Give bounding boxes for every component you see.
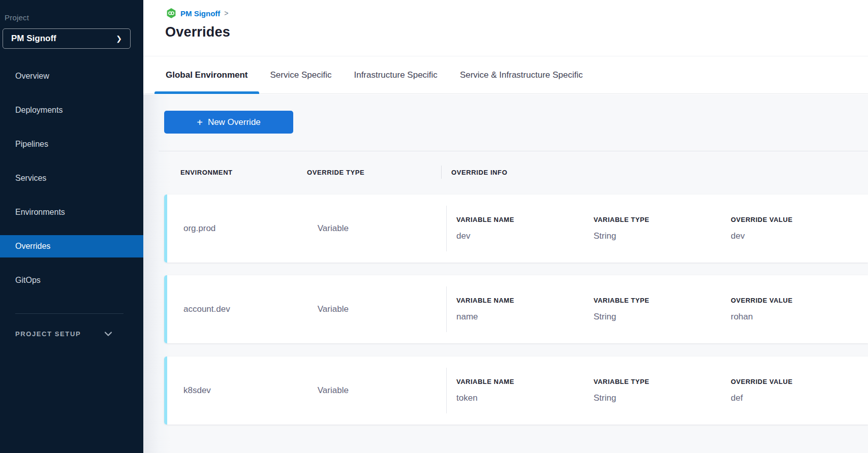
column-header-override-info: OVERRIDE INFO	[451, 169, 507, 176]
sidebar-nav: Overview Deployments Pipelines Services …	[0, 65, 143, 303]
sidebar-divider	[15, 313, 123, 314]
tab-service-and-infrastructure-specific[interactable]: Service & Infrastructure Specific	[449, 56, 594, 93]
chevron-down-icon	[105, 332, 112, 336]
sidebar-item-overrides[interactable]: Overrides	[0, 235, 143, 257]
variable-type-label: VARIABLE TYPE	[594, 297, 731, 304]
variable-name-value: name	[456, 312, 594, 322]
table-header: ENVIRONMENT OVERRIDE TYPE OVERRIDE INFO	[164, 166, 868, 179]
project-selector[interactable]: PM Signoff ❯	[3, 28, 131, 49]
sidebar-item-environments[interactable]: Environments	[0, 201, 143, 223]
sidebar-item-label: Overview	[15, 72, 49, 81]
sidebar-item-label: Overrides	[15, 242, 50, 251]
variable-type-value: String	[594, 231, 731, 241]
breadcrumb-project-link[interactable]: PM Signoff	[180, 9, 220, 18]
override-value-value: rohan	[731, 312, 868, 322]
project-setup-label: PROJECT SETUP	[15, 330, 81, 338]
variable-type-label: VARIABLE TYPE	[594, 378, 731, 385]
project-label: Project	[5, 13, 29, 22]
sidebar-item-label: Pipelines	[15, 140, 48, 149]
breadcrumb: PM Signoff >	[166, 8, 229, 19]
column-header-override-type: OVERRIDE TYPE	[307, 169, 441, 176]
row-environment: org.prod	[164, 195, 318, 263]
variable-name-value: token	[456, 393, 594, 403]
variable-name-label: VARIABLE NAME	[456, 297, 594, 304]
row-override-type: Variable	[318, 357, 446, 425]
project-setup-toggle[interactable]: PROJECT SETUP	[15, 330, 112, 338]
override-value-label: OVERRIDE VALUE	[731, 297, 868, 304]
variable-type-value: String	[594, 312, 731, 322]
main-content: PM Signoff > Overrides Global Environmen…	[143, 0, 868, 453]
app-window: Project PM Signoff ❯ Overview Deployment…	[0, 0, 868, 453]
row-environment: k8sdev	[164, 357, 318, 425]
new-override-button-label: New Override	[208, 117, 261, 127]
sidebar-item-label: Services	[15, 174, 46, 183]
page-title: Overrides	[165, 24, 230, 40]
override-value-value: def	[731, 393, 868, 403]
sidebar-item-overview[interactable]: Overview	[0, 65, 143, 87]
row-override-type: Variable	[318, 275, 446, 343]
override-value-value: dev	[731, 231, 868, 241]
project-selector-value: PM Signoff	[11, 34, 56, 44]
row-environment: account.dev	[164, 275, 318, 343]
override-value-label: OVERRIDE VALUE	[731, 378, 868, 385]
variable-name-label: VARIABLE NAME	[456, 216, 594, 223]
sidebar-item-label: GitOps	[15, 276, 41, 285]
override-row[interactable]: account.dev Variable VARIABLE NAME name …	[164, 275, 868, 343]
row-override-type: Variable	[318, 195, 446, 263]
row-accent-bar	[164, 195, 167, 263]
row-override-info: VARIABLE NAME dev VARIABLE TYPE String O…	[447, 195, 868, 263]
override-value-label: OVERRIDE VALUE	[731, 216, 868, 223]
table-top-divider	[159, 151, 868, 151]
variable-type-value: String	[594, 393, 731, 403]
overrides-content: + New Override ENVIRONMENT OVERRIDE TYPE…	[143, 94, 868, 453]
sidebar-item-deployments[interactable]: Deployments	[0, 99, 143, 121]
tab-infrastructure-specific[interactable]: Infrastructure Specific	[343, 56, 448, 93]
breadcrumb-separator: >	[224, 9, 228, 17]
variable-name-value: dev	[456, 231, 594, 241]
sidebar-item-label: Deployments	[15, 106, 63, 115]
tab-bar: Global Environment Service Specific Infr…	[143, 56, 868, 94]
sidebar-item-gitops[interactable]: GitOps	[0, 269, 143, 292]
header-vertical-divider	[441, 166, 442, 179]
override-row[interactable]: k8sdev Variable VARIABLE NAME token VARI…	[164, 357, 868, 425]
row-accent-bar	[164, 357, 167, 425]
sidebar-item-services[interactable]: Services	[0, 167, 143, 189]
sidebar: Project PM Signoff ❯ Overview Deployment…	[0, 0, 143, 453]
row-override-info: VARIABLE NAME name VARIABLE TYPE String …	[447, 275, 868, 343]
tab-service-specific[interactable]: Service Specific	[259, 56, 343, 93]
variable-name-label: VARIABLE NAME	[456, 378, 594, 385]
column-header-environment: ENVIRONMENT	[164, 169, 307, 176]
new-override-button[interactable]: + New Override	[164, 111, 293, 134]
chevron-right-icon: ❯	[116, 35, 122, 43]
override-row[interactable]: org.prod Variable VARIABLE NAME dev VARI…	[164, 195, 868, 263]
tab-global-environment[interactable]: Global Environment	[154, 56, 259, 93]
sidebar-item-pipelines[interactable]: Pipelines	[0, 133, 143, 155]
row-accent-bar	[164, 275, 167, 343]
variable-type-label: VARIABLE TYPE	[594, 216, 731, 223]
project-hexagon-icon	[166, 8, 176, 18]
row-override-info: VARIABLE NAME token VARIABLE TYPE String…	[447, 357, 868, 425]
plus-icon: +	[197, 117, 203, 127]
sidebar-item-label: Environments	[15, 208, 65, 217]
